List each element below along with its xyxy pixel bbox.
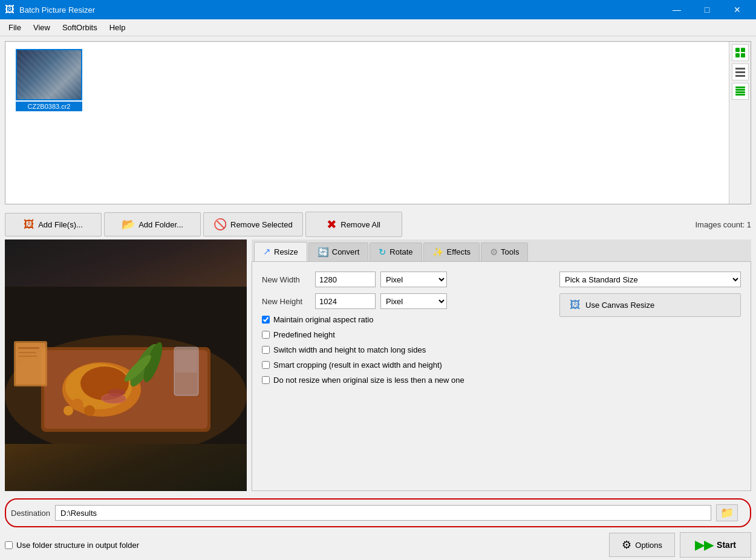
file-name: CZ2B0383.cr2	[16, 102, 82, 111]
large-icon-view-button[interactable]	[732, 44, 749, 61]
tools-tab-label: Tools	[501, 247, 519, 256]
browse-icon: 📁	[720, 506, 734, 519]
resize-right-col: Pick a Standard Size 🖼 Use Canvas Resize	[559, 272, 741, 317]
height-input[interactable]	[315, 293, 376, 309]
detail-view-button[interactable]	[732, 83, 749, 100]
action-bar: 🖼 Add File(s)... 📂 Add Folder... 🚫 Remov…	[0, 209, 756, 239]
title-bar: 🖼 Batch Picture Resizer — □ ✕	[0, 0, 756, 19]
main-container: CZ2B0383.cr2	[0, 36, 756, 560]
svg-rect-2	[735, 53, 740, 57]
tab-rotate[interactable]: ↻ Rotate	[370, 243, 422, 261]
no-resize-checkbox[interactable]	[262, 376, 270, 384]
tab-convert[interactable]: 🔄 Convert	[308, 243, 369, 261]
resize-left-col: New Width Pixel Percent Centimeter Inch	[262, 272, 535, 385]
width-row: New Width Pixel Percent Centimeter Inch	[262, 272, 535, 287]
smart-crop-row: Smart cropping (result in exact width an…	[262, 360, 535, 370]
svg-rect-31	[18, 352, 36, 353]
destination-browse-button[interactable]: 📁	[716, 504, 738, 521]
smart-crop-label: Smart cropping (result in exact width an…	[273, 360, 442, 370]
predefined-height-row: Predefined height	[262, 330, 535, 339]
svg-rect-6	[735, 75, 745, 77]
destination-label: Destination	[11, 509, 50, 518]
svg-rect-30	[18, 347, 39, 349]
resize-main-area: New Width Pixel Percent Centimeter Inch	[262, 272, 741, 385]
preview-image	[5, 239, 247, 491]
canvas-resize-icon: 🖼	[570, 299, 581, 311]
standard-size-select[interactable]: Pick a Standard Size	[559, 272, 741, 287]
menu-softorbits[interactable]: SoftOrbits	[56, 21, 103, 34]
menu-file[interactable]: File	[2, 21, 27, 34]
svg-point-27	[64, 406, 73, 415]
height-unit-select[interactable]: Pixel Percent Centimeter Inch	[380, 293, 447, 309]
app-title: Batch Picture Resizer	[19, 5, 663, 15]
svg-rect-1	[741, 48, 745, 52]
minimize-button[interactable]: —	[663, 0, 691, 19]
add-folder-label: Add Folder...	[138, 220, 183, 229]
file-grid: CZ2B0383.cr2	[5, 42, 729, 204]
menu-view[interactable]: View	[27, 21, 56, 34]
resize-tab-panel: New Width Pixel Percent Centimeter Inch	[252, 262, 751, 491]
list-item[interactable]: CZ2B0383.cr2	[13, 49, 85, 111]
add-files-label: Add File(s)...	[38, 220, 83, 229]
file-thumbnail	[16, 49, 82, 100]
tab-resize[interactable]: ↗ Resize	[254, 242, 307, 261]
thumbnail-pattern	[17, 50, 81, 99]
width-input[interactable]	[315, 272, 376, 287]
use-folder-structure-checkbox[interactable]	[5, 541, 13, 549]
use-folder-structure-label: Use folder structure in output folder	[16, 541, 139, 550]
effects-tab-label: Effects	[447, 247, 471, 256]
svg-rect-10	[735, 94, 745, 96]
menu-help[interactable]: Help	[103, 21, 132, 34]
start-button[interactable]: ▶▶ Start	[680, 532, 751, 558]
list-view-button[interactable]	[732, 63, 749, 80]
start-label: Start	[717, 540, 736, 550]
resize-tab-icon: ↗	[263, 246, 271, 257]
smart-crop-checkbox[interactable]	[262, 361, 270, 369]
svg-rect-22	[175, 348, 197, 373]
add-folder-button[interactable]: 📂 Add Folder...	[104, 212, 201, 236]
svg-rect-7	[735, 86, 745, 88]
food-preview-svg	[5, 287, 247, 444]
tab-effects[interactable]: ✨ Effects	[423, 243, 480, 261]
remove-selected-button[interactable]: 🚫 Remove Selected	[203, 212, 303, 236]
bottom-bar: Use folder structure in output folder ⚙ …	[0, 530, 756, 560]
menu-bar: File View SoftOrbits Help	[0, 19, 756, 36]
options-label: Options	[635, 541, 662, 550]
rotate-tab-icon: ↻	[379, 247, 386, 258]
svg-rect-29	[16, 343, 45, 385]
side-toolbar	[729, 42, 751, 204]
tabs-row: ↗ Resize 🔄 Convert ↻ Rotate ✨ Effects ⚙	[252, 239, 751, 262]
thumbnail-image	[17, 50, 81, 99]
svg-rect-32	[18, 356, 37, 357]
destination-section: Destination 📁	[5, 498, 751, 527]
add-files-button[interactable]: 🖼 Add File(s)...	[5, 213, 102, 236]
width-unit-select[interactable]: Pixel Percent Centimeter Inch	[380, 272, 447, 287]
convert-tab-label: Convert	[332, 247, 360, 256]
switch-wh-checkbox[interactable]	[262, 346, 270, 354]
add-files-icon: 🖼	[24, 218, 34, 231]
svg-point-25	[71, 399, 83, 411]
destination-input[interactable]	[55, 505, 711, 521]
close-button[interactable]: ✕	[723, 0, 751, 19]
options-button[interactable]: ⚙ Options	[609, 533, 675, 557]
predefined-height-label: Predefined height	[273, 330, 335, 339]
svg-point-24	[108, 389, 126, 396]
tools-tab-icon: ⚙	[490, 247, 498, 258]
bottom-area: ↗ Resize 🔄 Convert ↻ Rotate ✨ Effects ⚙	[0, 239, 756, 496]
maintain-aspect-checkbox[interactable]	[262, 316, 270, 324]
rotate-tab-label: Rotate	[389, 247, 412, 256]
svg-rect-8	[735, 89, 745, 91]
tab-tools[interactable]: ⚙ Tools	[481, 243, 528, 261]
options-gear-icon: ⚙	[622, 538, 631, 552]
switch-wh-label: Switch width and height to match long si…	[273, 345, 426, 354]
remove-all-label: Remove All	[341, 220, 380, 229]
maximize-button[interactable]: □	[693, 0, 721, 19]
remove-selected-icon: 🚫	[213, 218, 227, 231]
grid-icon	[735, 47, 746, 58]
list-icon	[735, 67, 746, 77]
height-row: New Height Pixel Percent Centimeter Inch	[262, 293, 535, 309]
preview-panel	[5, 239, 247, 491]
remove-all-button[interactable]: ✖ Remove All	[305, 212, 402, 237]
canvas-resize-button[interactable]: 🖼 Use Canvas Resize	[559, 293, 741, 317]
predefined-height-checkbox[interactable]	[262, 331, 270, 339]
